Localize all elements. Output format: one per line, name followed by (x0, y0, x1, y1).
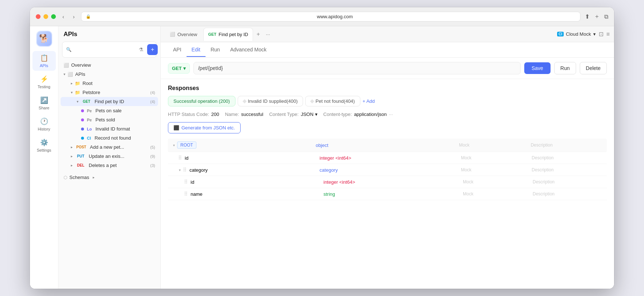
new-tab-button[interactable]: ＋ (594, 13, 600, 20)
forward-button[interactable]: › (71, 13, 77, 20)
sub-tab-edit[interactable]: Edit (187, 43, 206, 57)
maximize-button[interactable] (51, 14, 56, 19)
windows-button[interactable]: ⧉ (604, 13, 608, 20)
minimize-button[interactable] (43, 14, 48, 19)
cat-id-field-cell: ⠿ id (184, 179, 323, 185)
tree-item-pets-on-sale[interactable]: Pe Pets on sale (61, 106, 158, 115)
back-button[interactable]: ‹ (60, 13, 66, 20)
find-pet-count: (4) (150, 100, 155, 104)
add-api-button[interactable]: + (147, 44, 158, 55)
id-field-cell: ⠿ id (178, 155, 319, 161)
resp-tab-200[interactable]: Successful operation (200) (168, 96, 235, 106)
record-not-found-dot (81, 137, 84, 140)
tree-schemas-label: Schemas (69, 175, 89, 180)
add-response-button[interactable]: + Add (363, 98, 375, 104)
tab-overview[interactable]: ⬜ Overview (165, 28, 202, 41)
sub-tab-run[interactable]: Run (206, 43, 225, 57)
sidebar-item-apis[interactable]: 📋 APIs (32, 51, 56, 71)
tree-item-delete-pet[interactable]: ▸ DEL Deletes a pet (3) (61, 161, 158, 170)
cat-id-type-cell: integer <int64> (323, 179, 463, 185)
overview-tab-icon: ⬜ (170, 32, 175, 37)
tree-item-apis-group[interactable]: ▾ ⬜ APIs (61, 70, 158, 79)
tree-item-record-not-found[interactable]: CI Record not found (61, 133, 158, 143)
sub-tab-api[interactable]: API (168, 43, 187, 57)
cat-name-drag-handle-icon[interactable]: ⠿ (184, 191, 188, 197)
schema-row-id: ⠿ id integer <int64> Mock Description (168, 152, 607, 164)
lock-icon: 🔒 (86, 14, 91, 19)
tree-item-add-new-pet[interactable]: ▸ POST Add a new pet... (5) (61, 143, 158, 152)
root-collapse-chevron[interactable]: ▾ (172, 143, 176, 147)
cat-name-mock-cell: Mock (463, 191, 533, 196)
search-bar-row: 🔍 ⚗ + (62, 42, 157, 58)
menu-button[interactable]: ≡ (606, 31, 610, 38)
responses-title: Responses (168, 85, 607, 91)
more-tabs-button[interactable]: ··· (264, 31, 272, 38)
url-bar[interactable]: 🔒 www.apidog.com (81, 12, 580, 22)
category-type-value: category (319, 167, 338, 173)
apis-group-icon: ⬜ (68, 72, 73, 77)
status-code-value: 200 (211, 112, 219, 117)
name-field: Name: successful (225, 112, 263, 117)
sidebar-item-settings[interactable]: ⚙️ Settings (32, 136, 56, 155)
pe-badge-sale: Pe (87, 109, 92, 113)
resp-tab-404[interactable]: Pet not found(404) (305, 96, 360, 106)
title-bar: ‹ › 🔒 www.apidog.com ⬆ ＋ ⧉ (30, 7, 614, 26)
schema-table: ▾ ROOT object Mock Description ⠿ id (168, 139, 607, 200)
tree-petstore-label: Petstore (83, 90, 100, 95)
tree-item-invalid-id-format[interactable]: Lo Invalid ID format (61, 124, 158, 133)
sub-tab-advanced-mock[interactable]: Advanced Mock (225, 43, 272, 57)
root-tag: ROOT (177, 141, 196, 149)
tree-item-find-pet-by-id[interactable]: ▾ GET Find pet by ID (4) (61, 97, 158, 106)
status-code-label: HTTP Status Code: (168, 112, 209, 117)
traffic-lights (36, 14, 56, 19)
pets-sold-dot (81, 118, 84, 121)
method-chevron-icon: ▾ (183, 66, 186, 71)
sidebar-item-testing[interactable]: ⚡ Testing (32, 72, 56, 92)
generate-from-json-button[interactable]: ⬛ Generate from JSON etc. (168, 122, 241, 133)
save-button[interactable]: Save (524, 62, 551, 74)
tree-item-overview[interactable]: ⬜ Overview (61, 61, 158, 70)
tree-item-schemas[interactable]: ⬡ Schemas ▸ (61, 173, 158, 182)
schema-row-category-name: ⠿ name string Mock Description (168, 188, 607, 200)
close-button[interactable] (36, 14, 41, 19)
tree-item-petstore[interactable]: ▾ 📁 Petstore (4) (61, 88, 158, 97)
more-options-icon[interactable]: ··· (389, 112, 393, 117)
new-tab-button[interactable]: + (254, 30, 262, 38)
main-content: ⬜ Overview GET Find pet by ID + ··· CI C… (161, 26, 614, 289)
title-bar-actions: ⬆ ＋ ⧉ (585, 13, 608, 20)
find-pet-chevron-icon: ▾ (77, 100, 78, 104)
generate-label: Generate from JSON etc. (181, 125, 235, 131)
get-method-badge: GET (81, 99, 92, 104)
cloud-mock-button[interactable]: CI Cloud Mock ▾ (557, 31, 596, 37)
share-button[interactable]: ⬆ (585, 13, 590, 20)
cloud-mock-label: Cloud Mock (566, 31, 591, 37)
run-button[interactable]: Run (554, 62, 576, 74)
delete-button[interactable]: Delete (580, 62, 607, 74)
schema-row-category-id: ⠿ id integer <int64> Mock Description (168, 176, 607, 188)
cat-id-drag-handle-icon[interactable]: ⠿ (184, 179, 188, 185)
tree-item-pets-sold[interactable]: Pe Pets sold (61, 115, 158, 124)
sidebar-item-history[interactable]: 🕐 History (32, 114, 56, 134)
content-type-select[interactable]: JSON ▾ (301, 112, 318, 117)
filter-button[interactable]: ⚗ (137, 45, 145, 54)
tab-find-pet[interactable]: GET Find pet by ID (203, 28, 253, 41)
url-input[interactable] (193, 62, 521, 74)
resp-tab-400[interactable]: Invalid ID supplied(400) (238, 96, 303, 106)
cat-id-field-name: id (191, 179, 194, 185)
app-logo: 🐕 (36, 31, 52, 47)
sidebar-item-share[interactable]: ↗️ Share (32, 93, 56, 113)
tree-item-root[interactable]: ▸ 📁 Root (61, 79, 158, 88)
search-input[interactable] (74, 47, 135, 52)
category-drag-handle-icon[interactable]: ⠿ (183, 167, 187, 173)
chevron-right-icon: ▸ (71, 81, 73, 85)
category-collapse-chevron[interactable]: ▾ (178, 168, 181, 172)
method-selector[interactable]: GET ▾ (168, 63, 190, 74)
drag-handle-icon[interactable]: ⠿ (178, 155, 182, 161)
left-panel: APIs 🔍 ⚗ + ⬜ Overview ▾ ⬜ APIs (58, 26, 161, 289)
delete-pet-count: (3) (150, 163, 155, 168)
tree-overview-label: Overview (71, 62, 91, 68)
expand-button[interactable]: ⊡ (599, 31, 603, 38)
add-pet-chevron-icon: ▸ (71, 145, 73, 149)
root-type-cell: object (316, 143, 459, 148)
tree-item-update-pet[interactable]: ▸ PUT Update an exis... (9) (61, 152, 158, 161)
